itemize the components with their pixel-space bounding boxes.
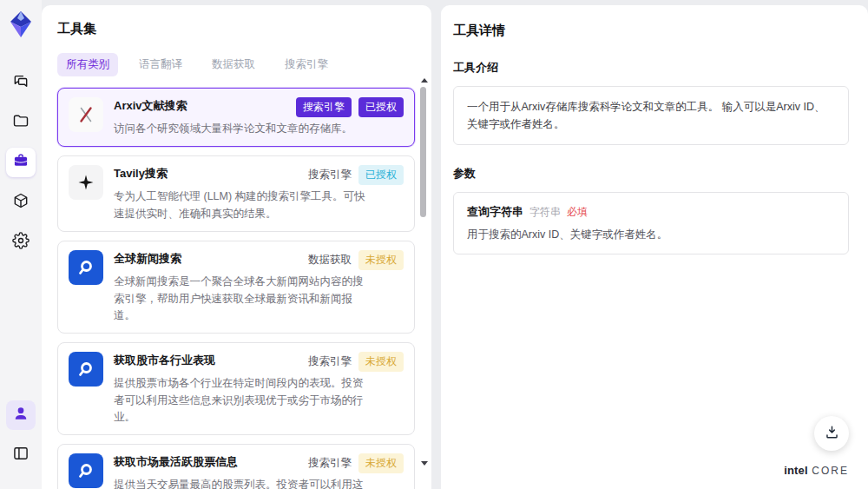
- intro-heading: 工具介绍: [453, 60, 849, 76]
- tool-description: 提供当天交易量最高的股票列表。投资者可以利用这些信息来识别流动性强的股票和潜在的…: [114, 477, 367, 489]
- category-badge: 搜索引擎: [296, 97, 352, 117]
- tool-name: Tavily搜索: [114, 165, 168, 182]
- briefcase-icon: [12, 152, 30, 173]
- sparkle-icon: [69, 165, 103, 200]
- brand-core-label: core: [812, 465, 849, 477]
- intro-text: 一个用于从Arxiv存储库搜索科学论文和文章的工具。 输入可以是Arxiv ID…: [467, 98, 835, 133]
- tab-all-categories[interactable]: 所有类别: [57, 53, 118, 76]
- tool-description: 访问各个研究领域大量科学论文和文章的存储库。: [114, 121, 367, 137]
- param-box: 查询字符串 字符串 必填 用于搜索的Arxiv ID、关键字或作者姓名。: [453, 192, 849, 254]
- sidebar-item-collapse[interactable]: [6, 440, 36, 470]
- tab-translation[interactable]: 语言翻译: [130, 53, 191, 76]
- detail-title: 工具详情: [453, 23, 849, 39]
- scrollbar-thumb[interactable]: [420, 87, 426, 217]
- app-window: 工具集 所有类别 语言翻译 数据获取 搜索引擎 Arxiv文献搜索: [0, 0, 868, 489]
- intel-core-logo: intel core: [784, 463, 849, 477]
- param-description: 用于搜索的Arxiv ID、关键字或作者姓名。: [467, 228, 835, 242]
- tab-data-fetch[interactable]: 数据获取: [203, 53, 264, 76]
- stocks-app-icon: [69, 453, 103, 488]
- auth-badge: 未授权: [358, 250, 404, 270]
- tool-card-global-news[interactable]: 全球新闻搜索 数据获取 未授权 全球新闻搜索是一个聚合全球各大新闻网站内容的搜索…: [57, 241, 415, 334]
- brand-intel-label: intel: [784, 464, 808, 477]
- auth-badge: 已授权: [358, 165, 404, 185]
- category-tabs: 所有类别 语言翻译 数据获取 搜索引擎: [57, 53, 416, 76]
- params-heading: 参数: [453, 166, 849, 182]
- sidebar-item-files[interactable]: [6, 108, 36, 137]
- app-logo-icon: [7, 10, 35, 38]
- tool-card-arxiv[interactable]: Arxiv文献搜索 搜索引擎 已授权 访问各个研究领域大量科学论文和文章的存储库…: [57, 88, 415, 147]
- panel-icon: [12, 445, 30, 466]
- download-button[interactable]: [814, 416, 849, 451]
- sidebar-item-account[interactable]: [6, 400, 36, 430]
- tool-card-active-stocks[interactable]: 获取市场最活跃股票信息 搜索引擎 未授权 提供当天交易量最高的股票列表。投资者可…: [57, 444, 415, 489]
- download-icon: [824, 424, 840, 444]
- tool-detail-panel: 工具详情 工具介绍 一个用于从Arxiv存储库搜索科学论文和文章的工具。 输入可…: [441, 5, 868, 489]
- intro-box: 一个用于从Arxiv存储库搜索科学论文和文章的工具。 输入可以是Arxiv ID…: [453, 86, 849, 145]
- scroll-down-icon[interactable]: [421, 461, 428, 466]
- list-scrollbar[interactable]: [419, 78, 428, 478]
- user-icon: [12, 405, 30, 426]
- sidebar-item-settings[interactable]: [6, 228, 36, 257]
- tool-card-tavily[interactable]: Tavily搜索 搜索引擎 已授权 专为人工智能代理 (LLM) 构建的搜索引擎…: [57, 155, 415, 232]
- folder-icon: [12, 112, 30, 133]
- tool-card-sector-performance[interactable]: 获取股市各行业表现 搜索引擎 未授权 提供股票市场各个行业在特定时间段内的表现。…: [57, 342, 415, 435]
- sidebar: [0, 0, 42, 489]
- tool-name: 获取市场最活跃股票信息: [114, 453, 238, 471]
- category-label: 搜索引擎: [308, 354, 352, 369]
- scroll-up-icon[interactable]: [421, 78, 428, 83]
- tool-card-list: Arxiv文献搜索 搜索引擎 已授权 访问各个研究领域大量科学论文和文章的存储库…: [57, 88, 415, 489]
- page-title: 工具集: [57, 21, 416, 37]
- sidebar-item-packages[interactable]: [6, 188, 36, 217]
- tool-name: Arxiv文献搜索: [114, 97, 187, 115]
- tool-list-panel: 工具集 所有类别 语言翻译 数据获取 搜索引擎 Arxiv文献搜索: [42, 5, 431, 489]
- category-label: 数据获取: [308, 253, 352, 268]
- sidebar-item-tools[interactable]: [6, 148, 36, 177]
- param-type: 字符串: [529, 205, 561, 220]
- arxiv-icon: [69, 97, 103, 132]
- category-label: 搜索引擎: [308, 168, 352, 182]
- tool-description: 全球新闻搜索是一个聚合全球各大新闻网站内容的搜索引擎，帮助用户快速获取全球最新资…: [114, 274, 367, 324]
- news-app-icon: [69, 250, 103, 285]
- auth-badge: 未授权: [358, 352, 404, 372]
- auth-badge: 未授权: [358, 453, 404, 473]
- category-label: 搜索引擎: [308, 456, 352, 471]
- cube-icon: [12, 192, 30, 213]
- param-name: 查询字符串: [467, 204, 523, 220]
- tool-description: 专为人工智能代理 (LLM) 构建的搜索引擎工具。可快速提供实时、准确和真实的结…: [114, 188, 367, 222]
- chat-icon: [12, 72, 30, 93]
- tool-name: 获取股市各行业表现: [114, 352, 215, 369]
- sidebar-item-chat[interactable]: [6, 68, 36, 97]
- tab-search-engine[interactable]: 搜索引擎: [276, 53, 337, 76]
- auth-badge: 已授权: [358, 97, 404, 117]
- gear-icon: [12, 232, 30, 253]
- tool-name: 全球新闻搜索: [114, 250, 181, 268]
- sector-app-icon: [69, 352, 103, 387]
- param-required-flag: 必填: [567, 205, 588, 220]
- tool-description: 提供股票市场各个行业在特定时间段内的表现。投资者可以利用这些信息来识别表现优于或…: [114, 375, 367, 426]
